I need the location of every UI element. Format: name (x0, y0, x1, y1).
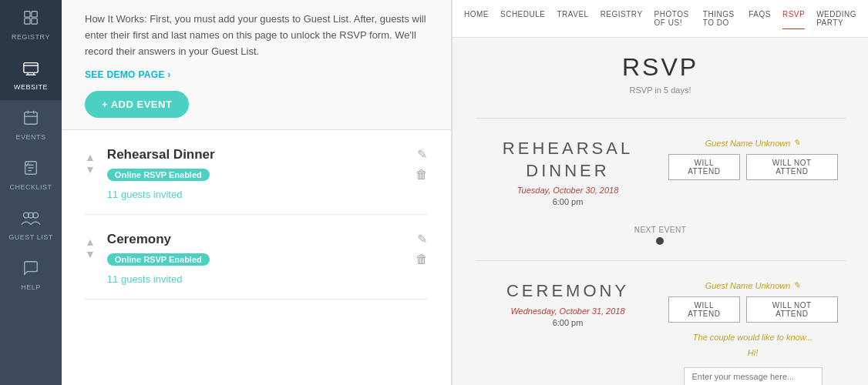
preview-ceremony-name: CEREMONY Wednesday, October 31, 2018 6:0… (483, 280, 653, 327)
info-section: How It Works: First, you must add your g… (62, 0, 451, 130)
event-name-ceremony: Ceremony (107, 232, 404, 247)
rehearsal-time: 6:00 pm (483, 197, 653, 206)
preview-rehearsal-rsvp: Guest Name Unknown ✎ WILL ATTEND WILL NO… (668, 138, 838, 180)
help-icon (22, 259, 39, 280)
preview-ceremony-block: CEREMONY Wednesday, October 31, 2018 6:0… (476, 269, 846, 385)
nav-things[interactable]: THINGS TO DO (703, 8, 737, 29)
attend-buttons-ceremony: WILL ATTEND WILL NOT ATTEND (668, 296, 838, 323)
nav-photos[interactable]: PHOTOS OF US! (654, 8, 691, 29)
svg-rect-3 (32, 18, 37, 24)
rsvp-badge-rehearsal: Online RSVP Enabled (107, 169, 210, 181)
rsvp-badge-ceremony: Online RSVP Enabled (107, 253, 210, 266)
nav-registry[interactable]: REGISTRY (601, 8, 643, 29)
ceremony-date: Wednesday, October 31, 2018 (483, 306, 653, 316)
checklist-icon (22, 159, 39, 180)
guests-invited-ceremony: 11 guests invited (107, 273, 404, 285)
svg-rect-1 (32, 12, 37, 17)
delete-icon-rehearsal[interactable]: 🗑 (415, 168, 428, 182)
next-event-indicator-1: NEXT EVENT (634, 226, 687, 245)
website-icon (22, 59, 39, 80)
registry-icon (22, 9, 39, 30)
svg-rect-9 (25, 112, 38, 125)
rsvp-title: RSVP (622, 53, 698, 82)
attend-buttons-rehearsal: WILL ATTEND WILL NOT ATTEND (668, 154, 838, 180)
edit-pencil-icon-ceremony: ✎ (793, 280, 800, 290)
sidebar-item-registry[interactable]: REGISTRY (0, 0, 62, 50)
sidebar-item-guest-list[interactable]: GUEST LIST (0, 200, 62, 250)
events-icon (22, 109, 39, 130)
rsvp-subtitle: RSVP in 5 days! (630, 85, 691, 95)
edit-pencil-icon: ✎ (793, 138, 800, 148)
nav-travel[interactable]: TRAVEL (557, 8, 588, 29)
sidebar-item-events[interactable]: EVENTS (0, 100, 62, 150)
divider-mid (476, 260, 846, 261)
will-not-attend-ceremony[interactable]: WILL NOT ATTEND (746, 296, 837, 323)
nav-schedule[interactable]: SCHEDULE (500, 8, 545, 29)
guest-name-rehearsal: Guest Name Unknown ✎ (705, 138, 801, 148)
guest-name-ceremony: Guest Name Unknown ✎ (705, 280, 801, 290)
event-item-rehearsal: ▲ ▼ Rehearsal Dinner Online RSVP Enabled… (85, 130, 428, 215)
sidebar-item-help[interactable]: HELP (0, 250, 62, 300)
edit-icon-ceremony[interactable]: ✎ (417, 232, 427, 246)
sidebar-item-label: WEBSITE (14, 83, 48, 91)
preview-content: RSVP RSVP in 5 days! REHEARSAL DINNER Tu… (453, 38, 868, 385)
nav-faqs[interactable]: FAQS (749, 8, 771, 29)
preview-ceremony-rsvp: Guest Name Unknown ✎ WILL ATTEND WILL NO… (668, 280, 838, 385)
demo-link[interactable]: SEE DEMO PAGE › (85, 69, 171, 80)
next-event-dot-1 (656, 237, 664, 245)
preview-panel: HOME SCHEDULE TRAVEL REGISTRY PHOTOS OF … (452, 0, 868, 385)
ceremony-title: CEREMONY (483, 280, 653, 303)
arrow-down-icon[interactable]: ▼ (85, 163, 96, 176)
sidebar: REGISTRY WEBSITE EVENTS (0, 0, 62, 385)
add-event-button[interactable]: + ADD EVENT (85, 91, 189, 118)
svg-rect-2 (25, 18, 30, 24)
sidebar-item-label: HELP (21, 283, 41, 291)
sidebar-item-label: CHECKLIST (9, 183, 52, 191)
event-details-rehearsal: Rehearsal Dinner Online RSVP Enabled 11 … (107, 147, 404, 206)
arrow-up-icon[interactable]: ▲ (85, 236, 96, 248)
nav-rsvp[interactable]: RSVP (782, 8, 805, 29)
will-not-attend-rehearsal[interactable]: WILL NOT ATTEND (746, 154, 837, 180)
preview-rehearsal-name: REHEARSAL DINNER Tuesday, October 30, 20… (483, 138, 653, 206)
event-actions-rehearsal: ✎ 🗑 (415, 147, 428, 182)
main-content: How It Works: First, you must add your g… (62, 0, 452, 385)
reorder-ceremony[interactable]: ▲ ▼ (85, 236, 96, 260)
will-attend-ceremony[interactable]: WILL ATTEND (668, 296, 741, 323)
sidebar-item-website[interactable]: WEBSITE (0, 50, 62, 100)
delete-icon-ceremony[interactable]: 🗑 (415, 253, 428, 266)
events-section: ▲ ▼ Rehearsal Dinner Online RSVP Enabled… (62, 130, 451, 385)
info-text: How It Works: First, you must add your g… (85, 12, 428, 59)
arrow-up-icon[interactable]: ▲ (85, 151, 96, 163)
sidebar-item-label: GUEST LIST (8, 233, 52, 241)
ceremony-extra-answer: Hi! (748, 348, 758, 357)
event-actions-ceremony: ✎ 🗑 (415, 232, 428, 266)
ceremony-extra-text: The couple would like to know... (693, 333, 812, 342)
event-item-ceremony: ▲ ▼ Ceremony Online RSVP Enabled 11 gues… (85, 215, 428, 300)
nav-wedding-party[interactable]: WEDDING PARTY (816, 8, 856, 29)
sidebar-item-label: REGISTRY (12, 33, 50, 41)
preview-nav: HOME SCHEDULE TRAVEL REGISTRY PHOTOS OF … (453, 0, 868, 38)
svg-rect-0 (25, 12, 30, 17)
preview-rehearsal-block: REHEARSAL DINNER Tuesday, October 30, 20… (476, 126, 846, 218)
event-name-rehearsal: Rehearsal Dinner (107, 147, 404, 162)
rehearsal-title-line1: REHEARSAL (483, 138, 653, 160)
rehearsal-title-line2: DINNER (483, 160, 653, 182)
svg-rect-4 (24, 63, 38, 73)
sidebar-item-checklist[interactable]: CHECKLIST (0, 150, 62, 200)
next-event-label-1: NEXT EVENT (634, 226, 687, 234)
arrow-down-icon[interactable]: ▼ (85, 248, 96, 260)
reorder-rehearsal[interactable]: ▲ ▼ (85, 151, 96, 176)
edit-icon-rehearsal[interactable]: ✎ (417, 147, 427, 162)
nav-home[interactable]: HOME (464, 8, 489, 29)
sidebar-item-label: EVENTS (15, 133, 45, 141)
ceremony-time: 6:00 pm (483, 318, 653, 327)
guest-list-icon (21, 209, 41, 230)
guests-invited-rehearsal: 11 guests invited (107, 189, 404, 200)
rehearsal-date: Tuesday, October 30, 2018 (483, 186, 653, 195)
will-attend-rehearsal[interactable]: WILL ATTEND (668, 154, 741, 180)
event-details-ceremony: Ceremony Online RSVP Enabled 11 guests i… (107, 232, 404, 291)
ceremony-message-input[interactable] (684, 367, 823, 385)
divider-top (476, 118, 846, 119)
